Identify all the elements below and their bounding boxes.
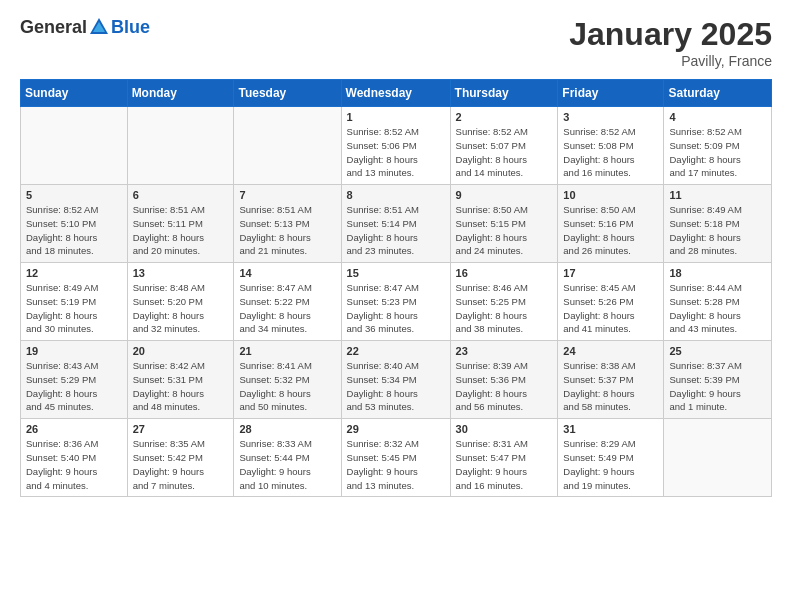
calendar-cell: 30Sunrise: 8:31 AM Sunset: 5:47 PM Dayli…: [450, 419, 558, 497]
calendar-cell: 25Sunrise: 8:37 AM Sunset: 5:39 PM Dayli…: [664, 341, 772, 419]
day-info: Sunrise: 8:47 AM Sunset: 5:23 PM Dayligh…: [347, 281, 445, 336]
calendar-cell: 3Sunrise: 8:52 AM Sunset: 5:08 PM Daylig…: [558, 107, 664, 185]
week-row: 12Sunrise: 8:49 AM Sunset: 5:19 PM Dayli…: [21, 263, 772, 341]
day-info: Sunrise: 8:52 AM Sunset: 5:10 PM Dayligh…: [26, 203, 122, 258]
logo-text: General Blue: [20, 16, 150, 38]
day-number: 27: [133, 423, 229, 435]
col-friday: Friday: [558, 80, 664, 107]
calendar-cell: 10Sunrise: 8:50 AM Sunset: 5:16 PM Dayli…: [558, 185, 664, 263]
day-number: 4: [669, 111, 766, 123]
calendar-cell: 18Sunrise: 8:44 AM Sunset: 5:28 PM Dayli…: [664, 263, 772, 341]
day-number: 20: [133, 345, 229, 357]
day-number: 12: [26, 267, 122, 279]
col-monday: Monday: [127, 80, 234, 107]
page: General Blue January 2025 Pavilly, Franc…: [0, 0, 792, 612]
calendar-cell: [664, 419, 772, 497]
day-number: 17: [563, 267, 658, 279]
day-info: Sunrise: 8:51 AM Sunset: 5:11 PM Dayligh…: [133, 203, 229, 258]
day-info: Sunrise: 8:52 AM Sunset: 5:09 PM Dayligh…: [669, 125, 766, 180]
calendar-cell: 7Sunrise: 8:51 AM Sunset: 5:13 PM Daylig…: [234, 185, 341, 263]
calendar-cell: 2Sunrise: 8:52 AM Sunset: 5:07 PM Daylig…: [450, 107, 558, 185]
day-number: 15: [347, 267, 445, 279]
day-info: Sunrise: 8:41 AM Sunset: 5:32 PM Dayligh…: [239, 359, 335, 414]
col-tuesday: Tuesday: [234, 80, 341, 107]
calendar-cell: 24Sunrise: 8:38 AM Sunset: 5:37 PM Dayli…: [558, 341, 664, 419]
day-info: Sunrise: 8:52 AM Sunset: 5:06 PM Dayligh…: [347, 125, 445, 180]
col-sunday: Sunday: [21, 80, 128, 107]
main-title: January 2025: [569, 16, 772, 53]
day-number: 26: [26, 423, 122, 435]
calendar-cell: 11Sunrise: 8:49 AM Sunset: 5:18 PM Dayli…: [664, 185, 772, 263]
day-info: Sunrise: 8:37 AM Sunset: 5:39 PM Dayligh…: [669, 359, 766, 414]
day-number: 16: [456, 267, 553, 279]
calendar-cell: 27Sunrise: 8:35 AM Sunset: 5:42 PM Dayli…: [127, 419, 234, 497]
calendar-cell: 16Sunrise: 8:46 AM Sunset: 5:25 PM Dayli…: [450, 263, 558, 341]
subtitle: Pavilly, France: [569, 53, 772, 69]
calendar-cell: 13Sunrise: 8:48 AM Sunset: 5:20 PM Dayli…: [127, 263, 234, 341]
day-info: Sunrise: 8:47 AM Sunset: 5:22 PM Dayligh…: [239, 281, 335, 336]
week-row: 5Sunrise: 8:52 AM Sunset: 5:10 PM Daylig…: [21, 185, 772, 263]
calendar-cell: 1Sunrise: 8:52 AM Sunset: 5:06 PM Daylig…: [341, 107, 450, 185]
calendar-cell: 29Sunrise: 8:32 AM Sunset: 5:45 PM Dayli…: [341, 419, 450, 497]
calendar-header-row: Sunday Monday Tuesday Wednesday Thursday…: [21, 80, 772, 107]
day-info: Sunrise: 8:36 AM Sunset: 5:40 PM Dayligh…: [26, 437, 122, 492]
day-number: 9: [456, 189, 553, 201]
calendar-cell: 6Sunrise: 8:51 AM Sunset: 5:11 PM Daylig…: [127, 185, 234, 263]
calendar-cell: 8Sunrise: 8:51 AM Sunset: 5:14 PM Daylig…: [341, 185, 450, 263]
day-info: Sunrise: 8:52 AM Sunset: 5:07 PM Dayligh…: [456, 125, 553, 180]
day-info: Sunrise: 8:49 AM Sunset: 5:19 PM Dayligh…: [26, 281, 122, 336]
calendar-cell: 21Sunrise: 8:41 AM Sunset: 5:32 PM Dayli…: [234, 341, 341, 419]
day-number: 22: [347, 345, 445, 357]
day-number: 10: [563, 189, 658, 201]
calendar-cell: 19Sunrise: 8:43 AM Sunset: 5:29 PM Dayli…: [21, 341, 128, 419]
day-number: 24: [563, 345, 658, 357]
day-info: Sunrise: 8:42 AM Sunset: 5:31 PM Dayligh…: [133, 359, 229, 414]
calendar-cell: 4Sunrise: 8:52 AM Sunset: 5:09 PM Daylig…: [664, 107, 772, 185]
day-number: 18: [669, 267, 766, 279]
day-number: 30: [456, 423, 553, 435]
day-number: 25: [669, 345, 766, 357]
calendar-cell: 12Sunrise: 8:49 AM Sunset: 5:19 PM Dayli…: [21, 263, 128, 341]
day-info: Sunrise: 8:51 AM Sunset: 5:14 PM Dayligh…: [347, 203, 445, 258]
day-info: Sunrise: 8:43 AM Sunset: 5:29 PM Dayligh…: [26, 359, 122, 414]
day-number: 8: [347, 189, 445, 201]
day-number: 14: [239, 267, 335, 279]
calendar-cell: 17Sunrise: 8:45 AM Sunset: 5:26 PM Dayli…: [558, 263, 664, 341]
day-info: Sunrise: 8:46 AM Sunset: 5:25 PM Dayligh…: [456, 281, 553, 336]
calendar-cell: 26Sunrise: 8:36 AM Sunset: 5:40 PM Dayli…: [21, 419, 128, 497]
day-info: Sunrise: 8:48 AM Sunset: 5:20 PM Dayligh…: [133, 281, 229, 336]
calendar-cell: 20Sunrise: 8:42 AM Sunset: 5:31 PM Dayli…: [127, 341, 234, 419]
day-info: Sunrise: 8:51 AM Sunset: 5:13 PM Dayligh…: [239, 203, 335, 258]
logo-general: General: [20, 17, 87, 38]
logo-blue: Blue: [111, 17, 150, 38]
day-number: 23: [456, 345, 553, 357]
col-wednesday: Wednesday: [341, 80, 450, 107]
day-info: Sunrise: 8:45 AM Sunset: 5:26 PM Dayligh…: [563, 281, 658, 336]
logo-icon: [88, 16, 110, 38]
day-info: Sunrise: 8:52 AM Sunset: 5:08 PM Dayligh…: [563, 125, 658, 180]
day-info: Sunrise: 8:50 AM Sunset: 5:16 PM Dayligh…: [563, 203, 658, 258]
header: General Blue January 2025 Pavilly, Franc…: [20, 16, 772, 69]
day-number: 3: [563, 111, 658, 123]
day-number: 31: [563, 423, 658, 435]
day-number: 11: [669, 189, 766, 201]
calendar-cell: 22Sunrise: 8:40 AM Sunset: 5:34 PM Dayli…: [341, 341, 450, 419]
day-number: 21: [239, 345, 335, 357]
calendar-cell: 15Sunrise: 8:47 AM Sunset: 5:23 PM Dayli…: [341, 263, 450, 341]
day-number: 13: [133, 267, 229, 279]
calendar-cell: [127, 107, 234, 185]
calendar-cell: 14Sunrise: 8:47 AM Sunset: 5:22 PM Dayli…: [234, 263, 341, 341]
day-number: 28: [239, 423, 335, 435]
calendar-cell: 5Sunrise: 8:52 AM Sunset: 5:10 PM Daylig…: [21, 185, 128, 263]
day-info: Sunrise: 8:32 AM Sunset: 5:45 PM Dayligh…: [347, 437, 445, 492]
day-info: Sunrise: 8:44 AM Sunset: 5:28 PM Dayligh…: [669, 281, 766, 336]
week-row: 1Sunrise: 8:52 AM Sunset: 5:06 PM Daylig…: [21, 107, 772, 185]
calendar-cell: 9Sunrise: 8:50 AM Sunset: 5:15 PM Daylig…: [450, 185, 558, 263]
day-number: 29: [347, 423, 445, 435]
day-number: 2: [456, 111, 553, 123]
col-thursday: Thursday: [450, 80, 558, 107]
week-row: 26Sunrise: 8:36 AM Sunset: 5:40 PM Dayli…: [21, 419, 772, 497]
day-info: Sunrise: 8:40 AM Sunset: 5:34 PM Dayligh…: [347, 359, 445, 414]
day-number: 6: [133, 189, 229, 201]
calendar-cell: 31Sunrise: 8:29 AM Sunset: 5:49 PM Dayli…: [558, 419, 664, 497]
